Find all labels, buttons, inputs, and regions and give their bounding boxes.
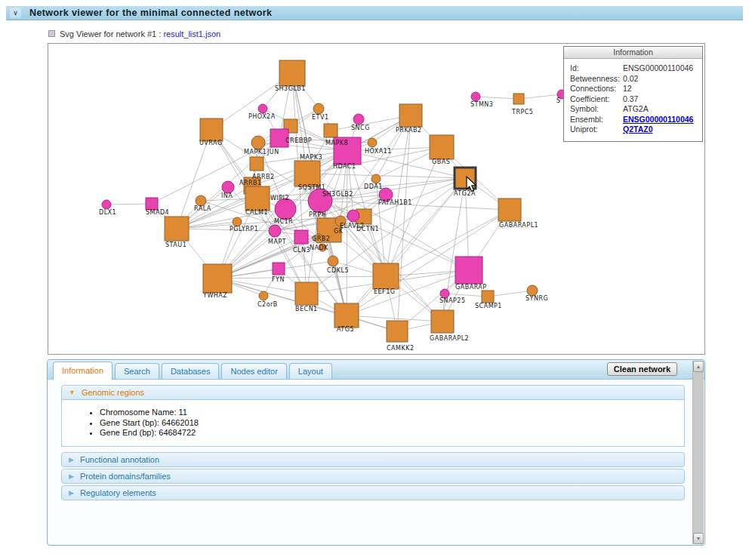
viewer-caption-text: Svg Viewer for network #1 : <box>60 29 161 38</box>
accordion-functional-annotation: ▶ Functional annotation <box>61 452 685 467</box>
accordion-header-functional-annotation[interactable]: ▶ Functional annotation <box>61 452 685 467</box>
genomic-item-gene-end: Gene End (bp): 64684722 <box>100 428 684 438</box>
info-row-uniprot: Uniprot: Q2TAZ0 <box>570 125 696 135</box>
node-label: SCAMP1 <box>475 303 502 309</box>
chevron-right-icon: ▶ <box>69 472 74 480</box>
tab-nodes-editor[interactable]: Nodes editor <box>221 363 286 379</box>
info-row-ensembl: Ensembl: ENSG00000110046 <box>570 115 696 125</box>
node-label: TRPC5 <box>511 109 533 115</box>
network-node-SNCG[interactable] <box>353 114 364 125</box>
network-node-DDA1[interactable] <box>371 174 381 183</box>
node-label: HOXA11 <box>365 148 392 155</box>
node-label: DDA1 <box>364 183 383 190</box>
node-label: MC1R <box>274 218 293 225</box>
network-node-PRKAB2[interactable] <box>399 104 422 127</box>
network-node-BECN1[interactable] <box>295 282 318 305</box>
node-label: CAMKK2 <box>387 345 415 352</box>
tab-search[interactable]: Search <box>115 363 159 379</box>
network-node-MC1R[interactable] <box>275 198 296 220</box>
network-node-EEF1G[interactable] <box>373 263 399 289</box>
node-label: SH3GLB2 <box>322 191 353 198</box>
network-node-SMAD4[interactable] <box>146 198 158 210</box>
node-label: JUN <box>267 149 279 155</box>
network-node-SH3GLB1[interactable] <box>279 60 305 86</box>
node-label: PAFAH1B1 <box>378 199 412 206</box>
accordion-header-genomic-regions[interactable]: ▼ Genomic regions <box>61 385 685 400</box>
network-node-SCAMP1[interactable] <box>482 291 494 303</box>
node-label: ETV1 <box>312 114 329 121</box>
network-node-HOXA11[interactable] <box>368 138 377 147</box>
node-label: FYN <box>272 276 285 283</box>
network-node-SQSTM1[interactable] <box>294 161 320 186</box>
chevron-right-icon: ▶ <box>69 489 74 497</box>
network-node-GABARAP[interactable] <box>455 257 482 284</box>
network-node-GBAS[interactable] <box>430 135 454 159</box>
node-label: DLX1 <box>99 209 116 216</box>
network-node-ATG5[interactable] <box>334 303 359 328</box>
node-label: RALA <box>194 205 211 212</box>
node-label: CDKL5 <box>327 267 349 274</box>
tab-layout[interactable]: Layout <box>289 363 332 379</box>
uniprot-link[interactable]: Q2TAZ0 <box>623 125 652 134</box>
accordion-protein-domains: ▶ Protein domains/families <box>61 469 685 484</box>
network-edge <box>106 204 152 205</box>
tab-strip: Information Search Databases Nodes edito… <box>48 360 704 380</box>
tab-information[interactable]: Information <box>53 362 113 380</box>
accordion-header-protein-domains[interactable]: ▶ Protein domains/families <box>61 469 685 484</box>
node-label: SH3GLB1 <box>275 85 306 92</box>
chevron-down-icon: ▼ <box>69 389 76 396</box>
network-node-TRPC5[interactable] <box>513 94 524 104</box>
network-node-C2orB[interactable] <box>259 291 268 300</box>
network-node-FYN[interactable] <box>273 263 285 275</box>
network-node-STMN3[interactable] <box>471 92 480 101</box>
network-edge <box>476 97 519 99</box>
network-node-MAPT[interactable] <box>269 225 281 237</box>
network-node-CLN3[interactable] <box>294 230 308 244</box>
node-label: MAPK3 <box>300 154 322 161</box>
node-label: GRB2 <box>312 235 330 242</box>
network-node-ETV1[interactable] <box>313 103 324 114</box>
chevron-right-icon: ▶ <box>69 456 74 463</box>
ensembl-link[interactable]: ENSG00000110046 <box>623 115 693 124</box>
network-node-SYNRG[interactable] <box>527 285 538 296</box>
network-node-SQ_B[interactable] <box>324 124 338 137</box>
network-edge <box>347 151 347 315</box>
node-label: UVRAG <box>199 140 223 146</box>
network-node-MAPK1[interactable] <box>251 136 265 149</box>
network-edge <box>347 147 442 151</box>
panel-scrollbar[interactable]: ▲ ▼ <box>692 361 704 544</box>
network-node-RALA[interactable] <box>196 195 206 206</box>
clean-network-button[interactable]: Clean network <box>607 362 677 376</box>
network-node-GABARAPL1[interactable] <box>498 198 521 221</box>
node-label: STAU1 <box>165 242 186 248</box>
tab-databases[interactable]: Databases <box>162 363 220 379</box>
accordion-genomic-regions: ▼ Genomic regions Chromosome Name: 11 Ge… <box>61 385 685 447</box>
node-label: PHOX2A <box>248 113 276 120</box>
genomic-item-chromosome: Chromosome Name: 11 <box>100 408 684 418</box>
network-file-link[interactable]: result_list1.json <box>163 29 220 38</box>
node-label: NADK <box>310 245 328 251</box>
network-node-DLX1[interactable] <box>102 200 111 209</box>
node-label: MAPK1 <box>244 149 267 155</box>
scroll-up-icon[interactable]: ▲ <box>693 361 704 372</box>
accordion-header-regulatory-elements[interactable]: ▶ Regulatory elements <box>61 485 685 500</box>
network-node-ELAVL2[interactable] <box>347 210 359 222</box>
network-edge <box>217 276 386 278</box>
network-node-CAMKK2[interactable] <box>387 321 408 342</box>
network-node-INA[interactable] <box>222 181 234 193</box>
network-node-STAU1[interactable] <box>165 217 189 241</box>
scroll-down-icon[interactable]: ▼ <box>693 533 704 544</box>
node-label: GABARAPL2 <box>430 335 469 342</box>
info-row-betweenness: Betweenness: 0.02 <box>570 74 696 85</box>
network-node-CDKL5[interactable] <box>328 256 338 266</box>
network-node-WIPI2[interactable] <box>245 186 270 211</box>
network-node-JUN[interactable] <box>250 157 264 171</box>
network-node-YWHAZ[interactable] <box>203 264 232 293</box>
network-node-GABARAPL2[interactable] <box>431 310 454 333</box>
network-edge <box>307 174 465 178</box>
details-panel: Information Search Databases Nodes edito… <box>47 359 705 546</box>
node-label: SMAD4 <box>146 209 169 216</box>
network-node-PHOX2A[interactable] <box>258 104 267 113</box>
collapse-icon[interactable]: ∨ <box>10 8 21 18</box>
network-node-UVRAG[interactable] <box>200 118 223 141</box>
